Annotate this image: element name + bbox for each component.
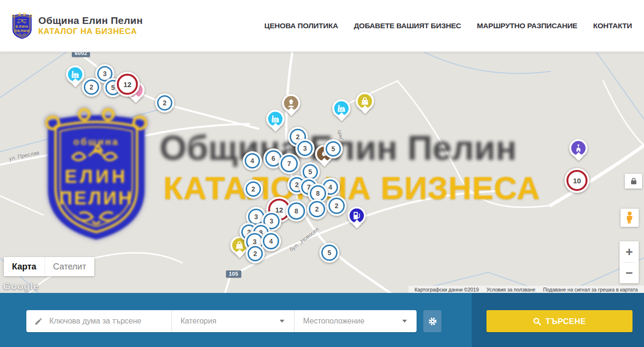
- category-pin-marker[interactable]: [282, 94, 300, 115]
- search-submit-label: ТЪРСЕНЕ: [545, 317, 586, 326]
- cluster-count: 8: [294, 207, 298, 215]
- cluster-count: 4: [250, 157, 254, 165]
- chevron-down-icon: [280, 320, 284, 323]
- map-type-satellite-button[interactable]: Сателит: [45, 257, 94, 276]
- main-nav: ЦЕНОВА ПОЛИТИКА ДОБАВЕТЕ ВАШИЯТ БИЗНЕС М…: [249, 22, 632, 30]
- cluster-marker[interactable]: 2: [155, 93, 174, 112]
- road-number-label: 6002: [72, 52, 90, 57]
- cluster-marker[interactable]: 12: [115, 72, 140, 97]
- site-subtitle: КАТАЛОГ НА БИЗНЕСА: [38, 27, 143, 36]
- cluster-marker[interactable]: 2: [327, 196, 347, 216]
- category-select-value: Категория: [181, 317, 280, 325]
- cluster-marker[interactable]: 2: [244, 179, 263, 199]
- lock-icon: [631, 178, 637, 185]
- keyword-field[interactable]: [26, 310, 171, 332]
- cluster-count: 3: [303, 145, 307, 152]
- cluster-count: 7: [287, 160, 291, 168]
- nav-add-your-business[interactable]: ДОБАВЕТЕ ВАШИЯТ БИЗНЕС: [354, 22, 461, 30]
- watermark-crest: [41, 102, 152, 246]
- cluster-marker[interactable]: 2: [307, 199, 327, 219]
- map-canvas[interactable]: Община Елин Пелин КАТАЛОГ НА БИЗНЕСА 600…: [0, 52, 644, 293]
- cluster-count: 2: [296, 133, 300, 141]
- cluster-count: 5: [331, 145, 335, 153]
- business-catalog-page: Община Елин Пелин КАТАЛОГ НА БИЗНЕСА ЦЕН…: [0, 0, 644, 347]
- cluster-marker[interactable]: 4: [261, 231, 281, 251]
- street-view-pegman-button[interactable]: [621, 209, 639, 227]
- cluster-count: 3: [270, 217, 273, 225]
- cluster-count: 3: [254, 213, 258, 221]
- advanced-search-button[interactable]: [423, 310, 441, 332]
- attribution-copyright: Картографски данни ©2019: [415, 287, 479, 292]
- cluster-count: 5: [111, 84, 115, 91]
- map-attribution: Картографски данни ©2019 Условия за полз…: [408, 286, 644, 293]
- cluster-count: 4: [328, 183, 332, 191]
- pencil-icon: [34, 317, 43, 326]
- lock-button[interactable]: [625, 174, 642, 189]
- cluster-marker[interactable]: 5: [324, 139, 343, 158]
- cluster-marker[interactable]: 3: [295, 139, 315, 158]
- cluster-marker[interactable]: 2: [246, 244, 265, 263]
- cluster-marker[interactable]: 2: [82, 78, 101, 97]
- category-pin-marker[interactable]: [332, 100, 350, 120]
- cluster-count: 6: [271, 155, 275, 162]
- location-select-value: Местоположение: [303, 317, 402, 325]
- search-bar: Категория Местоположение ТЪРСЕНЕ: [0, 293, 644, 347]
- category-pin-marker[interactable]: [266, 110, 284, 131]
- cluster-count: 2: [251, 185, 255, 193]
- keyword-search-input[interactable]: [43, 317, 171, 325]
- cluster-count: 2: [335, 202, 339, 210]
- cluster-count: 2: [163, 99, 167, 107]
- chevron-down-icon: [402, 320, 407, 323]
- map-type-toggle: Карта Сателит: [4, 257, 94, 276]
- nav-contacts[interactable]: КОНТАКТИ: [593, 22, 632, 30]
- brand-logo[interactable]: Община Елин Пелин КАТАЛОГ НА БИЗНЕСА: [11, 12, 143, 40]
- municipality-crest-icon: [11, 12, 34, 40]
- zoom-out-button[interactable]: −: [620, 263, 639, 284]
- cluster-count: 2: [295, 181, 299, 189]
- nav-route-schedule[interactable]: МАРШРУТНО РАЗПИСАНИЕ: [477, 22, 577, 30]
- map-type-map-button[interactable]: Карта: [4, 257, 45, 276]
- cluster-count: 4: [269, 237, 273, 245]
- cluster-marker[interactable]: 8: [286, 201, 307, 222]
- category-pin-marker[interactable]: [569, 139, 588, 160]
- zoom-control: + −: [620, 241, 639, 283]
- cluster-count: 2: [90, 83, 93, 91]
- cluster-marker[interactable]: 7: [279, 153, 300, 174]
- gear-icon: [428, 316, 438, 326]
- zoom-in-button[interactable]: +: [620, 241, 639, 262]
- category-select[interactable]: Категория: [171, 310, 294, 332]
- nav-pricing-policy[interactable]: ЦЕНОВА ПОЛИТИКА: [264, 22, 338, 30]
- cluster-count: 3: [103, 70, 107, 78]
- category-pin-marker[interactable]: [356, 92, 374, 113]
- cluster-count: 5: [328, 249, 331, 257]
- cluster-count: 2: [315, 205, 319, 213]
- cluster-count: 10: [573, 177, 581, 185]
- cluster-marker[interactable]: 5: [319, 243, 339, 263]
- cluster-marker[interactable]: 4: [243, 151, 262, 170]
- site-header: Община Елин Пелин КАТАЛОГ НА БИЗНЕСА ЦЕН…: [0, 0, 644, 52]
- cluster-count: 5: [308, 168, 312, 176]
- road-number-label: 105: [226, 270, 241, 278]
- attribution-terms-link[interactable]: Условия за ползване: [486, 287, 535, 292]
- cluster-count: 8: [316, 190, 320, 197]
- site-title: Община Елин Пелин: [38, 15, 143, 26]
- attribution-report-error-link[interactable]: Подаване на сигнал за грешка в картата: [543, 287, 638, 292]
- cluster-count: 2: [253, 250, 257, 257]
- cluster-marker[interactable]: 10: [565, 168, 589, 193]
- pegman-icon: [625, 211, 634, 224]
- location-select[interactable]: Местоположение: [294, 310, 417, 332]
- search-fields-group: Категория Местоположение: [26, 310, 417, 332]
- search-icon: [533, 317, 541, 325]
- category-pin-marker[interactable]: [66, 66, 84, 86]
- watermark-subtitle: КАТАЛОГ НА БИЗНЕСА: [163, 169, 540, 206]
- cluster-count: 12: [124, 80, 132, 89]
- search-submit-button[interactable]: ТЪРСЕНЕ: [486, 310, 633, 332]
- category-pin-marker[interactable]: [348, 207, 366, 227]
- google-logo[interactable]: Google: [3, 280, 39, 292]
